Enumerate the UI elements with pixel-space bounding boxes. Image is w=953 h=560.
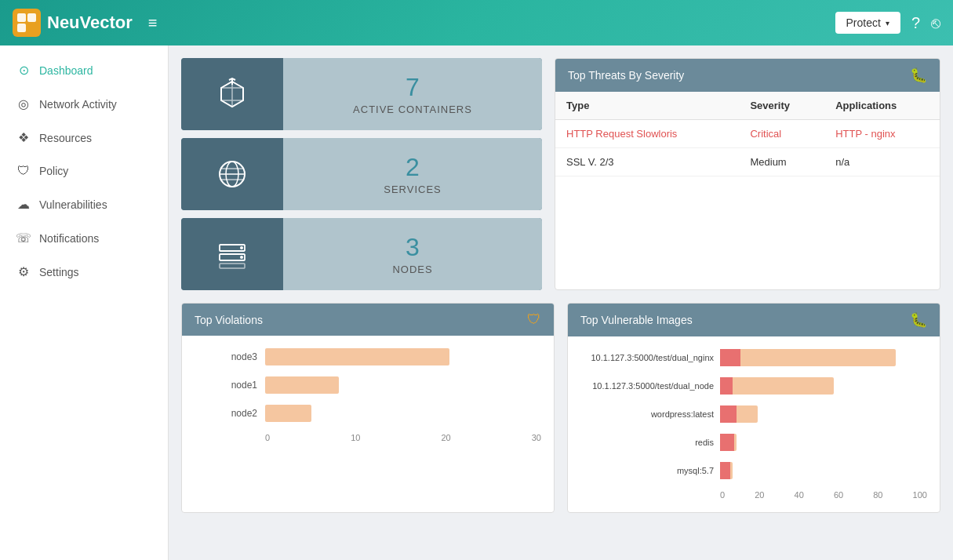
sidebar-item-notifications[interactable]: ☏ Notifications	[0, 221, 168, 255]
threats-title: Top Threats By Severity	[568, 69, 684, 82]
sidebar-item-label: Network Activity	[39, 98, 117, 111]
sidebar-item-label: Dashboard	[39, 64, 93, 77]
bar-label: node3	[195, 351, 257, 362]
stats-cards: 7 ACTIVE CONTAINERS	[181, 58, 542, 290]
threats-header: Top Threats By Severity 🐛	[555, 59, 940, 92]
sidebar-item-label: Notifications	[39, 232, 99, 245]
sidebar-item-dashboard[interactable]: ⊙ Dashboard	[0, 53, 168, 87]
services-card[interactable]: 2 SERVICES	[181, 138, 542, 210]
nodes-icon	[181, 218, 283, 290]
threat-type: SSL V. 2/3	[555, 148, 739, 176]
top-section: 7 ACTIVE CONTAINERS	[181, 58, 940, 290]
threat-applications: n/a	[824, 148, 940, 176]
containers-icon	[181, 58, 283, 130]
vulnerabilities-icon: ☁	[16, 197, 31, 212]
col-severity: Severity	[739, 92, 824, 120]
x-tick: 30	[532, 433, 541, 442]
header: NeuVector ≡ Protect ▾ ? ⎋	[0, 0, 953, 45]
bar-label: node2	[195, 408, 257, 419]
x-axis: 020406080100	[580, 490, 927, 500]
dashboard-icon: ⊙	[16, 63, 31, 78]
bar-label: 10.1.127.3:5000/test/dual_nginx	[580, 353, 714, 362]
active-containers-card[interactable]: 7 ACTIVE CONTAINERS	[181, 58, 542, 130]
sidebar-item-policy[interactable]: 🛡 Policy	[0, 155, 168, 187]
col-applications: Applications	[824, 92, 940, 120]
bar-red	[720, 434, 734, 451]
svg-point-13	[240, 256, 243, 259]
bar	[265, 405, 311, 422]
sidebar-item-settings[interactable]: ⚙ Settings	[0, 255, 168, 289]
x-tick: 20	[755, 490, 764, 500]
bar	[265, 348, 449, 365]
vuln-panel: Top Vulnerable Images 🐛 10.1.127.3:5000/…	[567, 303, 940, 513]
bar-red	[720, 349, 740, 366]
bar-label: mysql:5.7	[580, 466, 714, 475]
vuln-header: Top Vulnerable Images 🐛	[568, 304, 940, 336]
bar-container	[265, 376, 541, 394]
main-content: 7 ACTIVE CONTAINERS	[169, 45, 953, 560]
services-label: SERVICES	[384, 184, 442, 195]
sidebar-item-label: Settings	[39, 266, 79, 278]
threat-applications: HTTP - nginx	[824, 120, 940, 148]
containers-content: 7 ACTIVE CONTAINERS	[283, 58, 542, 130]
vuln-title: Top Vulnerable Images	[580, 314, 693, 326]
sidebar-item-label: Policy	[39, 165, 68, 177]
table-row: HTTP Request SlowlorisCriticalHTTP - ngi…	[555, 120, 940, 148]
settings-icon: ⚙	[16, 264, 31, 279]
x-tick: 10	[351, 433, 360, 442]
containers-label: ACTIVE CONTAINERS	[353, 104, 472, 115]
bar-label: node1	[195, 380, 257, 391]
bar-orange	[720, 349, 896, 366]
svg-rect-3	[27, 24, 36, 32]
x-tick: 40	[795, 490, 804, 500]
violations-chart: node3node1node20102030	[182, 336, 554, 455]
sidebar: ⊙ Dashboard ◎ Network Activity ❖ Resourc…	[0, 45, 169, 560]
bar-label: 10.1.127.3:5000/test/dual_node	[580, 381, 714, 391]
protect-button[interactable]: Protect ▾	[835, 12, 900, 34]
svg-rect-0	[17, 13, 26, 22]
sidebar-item-vulnerabilities[interactable]: ☁ Vulnerabilities	[0, 187, 168, 221]
vuln-bug-icon: 🐛	[910, 311, 927, 329]
nodes-content: 3 NODES	[283, 218, 542, 290]
policy-icon: 🛡	[16, 164, 31, 178]
logout-icon[interactable]: ⎋	[931, 14, 940, 32]
sidebar-item-network-activity[interactable]: ◎ Network Activity	[0, 87, 168, 121]
list-item: wordpress:latest	[580, 405, 927, 423]
logo: NeuVector	[13, 9, 133, 37]
nodes-card[interactable]: 3 NODES	[181, 218, 542, 290]
bottom-section: Top Violations 🛡 node3node1node20102030 …	[181, 303, 940, 513]
bar-container	[720, 377, 927, 395]
bar-label: redis	[580, 438, 714, 447]
list-item: 10.1.127.3:5000/test/dual_node	[580, 377, 927, 395]
svg-point-12	[240, 246, 243, 249]
services-content: 2 SERVICES	[283, 138, 542, 210]
x-axis: 0102030	[195, 433, 541, 442]
sidebar-item-label: Vulnerabilities	[39, 198, 107, 211]
sidebar-item-resources[interactable]: ❖ Resources	[0, 121, 168, 155]
col-type: Type	[555, 92, 739, 120]
bar-red	[720, 462, 730, 479]
protect-dropdown-icon: ▾	[886, 19, 889, 27]
x-tick: 100	[913, 490, 927, 500]
bar-label: wordpress:latest	[580, 409, 714, 419]
network-icon: ◎	[16, 96, 31, 111]
x-tick: 60	[834, 490, 843, 500]
bar	[265, 376, 339, 394]
x-tick: 0	[265, 433, 270, 442]
threats-panel: Top Threats By Severity 🐛 Type Severity …	[555, 58, 940, 290]
threat-type[interactable]: HTTP Request Slowloris	[555, 120, 739, 148]
violations-shield-icon: 🛡	[527, 311, 541, 328]
violations-panel: Top Violations 🛡 node3node1node20102030	[181, 303, 555, 513]
svg-rect-2	[17, 24, 26, 32]
hamburger-icon[interactable]: ≡	[148, 14, 158, 32]
help-icon[interactable]: ?	[911, 14, 920, 32]
logo-text: NeuVector	[47, 13, 133, 33]
list-item: node1	[195, 376, 541, 394]
list-item: mysql:5.7	[580, 462, 927, 479]
svg-rect-1	[27, 13, 36, 22]
bar-container	[265, 405, 541, 422]
x-tick: 20	[441, 433, 450, 442]
resources-icon: ❖	[16, 130, 31, 145]
list-item: node2	[195, 405, 541, 422]
logo-icon	[13, 9, 41, 37]
